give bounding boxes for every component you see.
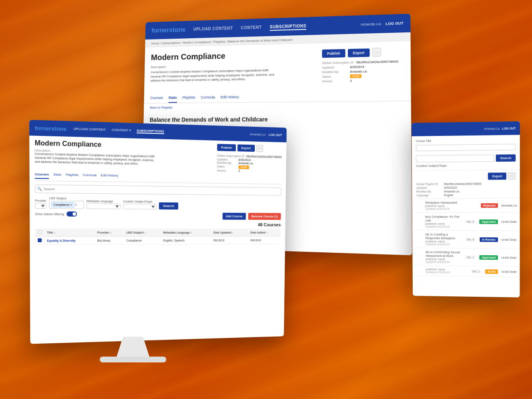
table-col-date-added: Date Added ↕ [248,229,281,236]
mid-tab-playlists[interactable]: Playlists [66,173,79,180]
mid-nav-content[interactable]: CONTENT ▾ [112,128,131,133]
mid-version-label: Version [217,169,237,172]
course-updated-4: Updated 6/30/2019 [426,261,462,264]
back-logout[interactable]: LOG OUT [386,21,404,26]
lms-subject-tag: Compliance × [51,202,74,208]
front-search-input[interactable] [416,155,495,163]
table-col-date-updated: Date Updated ↕ [211,229,248,236]
screen-mid: fornerstone UPLOAD CONTENT CONTENT ▾ SUB… [29,120,286,344]
front-more-btn[interactable]: ··· [508,172,516,180]
fp-updated-label: Updated [416,186,442,189]
fp-id-val: 58c0f4e12d42bc2650736093 [444,182,481,185]
table-col-checkbox [35,229,44,236]
back-more-btn[interactable]: ··· [372,48,381,57]
course-title-select-wrap [416,142,515,151]
row-date-updated: 08/18/19 [211,236,248,244]
front-export-btn[interactable]: Export [488,172,506,180]
status-badge-5: To Do [485,269,498,273]
front-header: Amanda Liu LOG OUT [411,121,520,136]
course-updated-5: Updated 6/30/2019 [426,271,468,274]
list-item: ide to Creating a Respectful Workplace p… [414,230,518,249]
mid-nav-upload[interactable]: UPLOAD CONTENT [74,127,106,133]
mid-courses-table: Title ↕ Provider ↕ LMS Subject ↕ Metadat… [35,229,281,245]
tab-stats[interactable]: Stats [168,96,177,103]
course-updated-2: Updated 6/30/2019 [425,225,462,228]
status-badge-1: Rejected [481,203,498,208]
course-updated-1: Updated 6/30/2019 [425,207,478,210]
nav-upload-content[interactable]: UPLOAD CONTENT [193,25,233,33]
nav-subscriptions[interactable]: SUBSCRIPTIONS [270,22,306,30]
status-badge-4: Approved [480,255,498,259]
modified-val: Amanda Liu [350,69,367,74]
modified-label: Modified By [322,70,347,74]
course-updated-3: Updated 8/30/2019 [426,243,463,246]
version-val: 3 [350,79,352,83]
curation-label: Curation Subject/Topic [123,200,156,203]
mid-filter-row: Provider LMS Subject Compliance × ▾ Meta… [35,197,281,210]
provider-label: Provider [35,199,47,202]
sub-id-val: 58c0f4e12d42bc2650736093 [356,59,398,64]
front-entries: Workplace Harassment publisher name Upda… [412,199,520,277]
tab-edit-history[interactable]: Edit History [221,95,239,102]
breadcrumb-text: Home / Subscriptions / Modern Compliance… [151,38,293,45]
front-search-btn[interactable]: Search [496,154,515,162]
fp-modified-val: Amanda Liu [444,190,459,193]
mid-tab-edit-history[interactable]: Edit History [101,173,118,180]
remove-course-btn[interactable]: Remove Course (1) [248,213,281,220]
back-export-btn[interactable]: Export [348,48,370,57]
list-item: publisher name Updated 6/30/2019 Ver. 1 … [414,266,518,277]
back-desc-text: Cornerstone's Content Anytime Modern Com… [150,68,277,83]
mid-tab-stats[interactable]: Stats [53,172,61,179]
mid-publish-btn[interactable]: Publish [217,144,236,151]
course-title-select[interactable] [416,144,515,151]
front-playlist-info: Export ··· Global Playlist ID 58c0f4e12d… [412,170,520,199]
fp-lang-val: English [444,194,453,197]
header-checkbox[interactable] [38,230,42,234]
mid-search-input[interactable] [44,187,279,194]
curator-2: Urshil Shah [501,220,518,223]
list-item: lacy Compliance: It's The Law publisher … [414,213,518,231]
course-action-buttons: Add Course Remove Course (1) [222,212,281,219]
curator-5: Urshil Shah [501,270,518,273]
table-col-title: Title ↕ [44,229,95,236]
front-logout[interactable]: LOG OUT [502,127,515,130]
fp-updated-val: 8/30/2019 [444,186,457,189]
fp-lang-label: Language [416,194,442,197]
mid-nav-subscriptions[interactable]: SUBSCRIPTIONS [137,128,164,134]
front-filter-row: Course Title [412,135,520,153]
nav-content[interactable]: CONTENT [241,24,261,32]
fp-id-label: Global Playlist ID [416,182,442,185]
front-user: Amanda Liu [484,127,500,130]
course-title-3: ide to Creating a Respectful Workplace [425,232,462,240]
fp-modified-label: Modified By [416,190,442,193]
mid-modified-label: Modified By [217,161,237,165]
back-desc-label: Description [151,62,318,69]
tab-playlists[interactable]: Playlists [182,96,195,103]
curation-select[interactable] [123,204,156,209]
metadata-lang-select[interactable] [86,203,121,209]
back-nav: UPLOAD CONTENT CONTENT SUBSCRIPTIONS [193,21,360,33]
row-lms: Compliance [124,236,161,244]
tab-courses[interactable]: Courses [150,96,163,103]
tab-curricula[interactable]: Curricula [201,95,215,103]
saboa-toggle[interactable] [67,212,77,217]
metadata-lang-label: Metadata Language [86,200,121,203]
course-pub-1: publisher name [425,204,478,207]
metadata-lang-filter: Metadata Language [86,200,121,209]
row-checkbox[interactable] [35,236,44,245]
mid-search-btn[interactable]: Search [159,202,178,209]
mid-search-bar: 🔍 [35,185,281,196]
mid-tab-curricula[interactable]: Curricula [83,173,96,180]
mid-tab-courses[interactable]: Courses [35,172,49,179]
mid-desc-text: Cornerstone's Content Anytime Modern Com… [35,152,155,166]
mid-logout[interactable]: LOG OUT [268,133,282,137]
mid-export-btn[interactable]: Export [237,144,255,152]
provider-select[interactable] [35,203,47,209]
mid-content-area: Modern Compliance Description Cornerston… [30,135,287,245]
updated-val: 8/30/2019 [350,65,364,69]
course-title-label: Course Title [416,138,515,143]
table-col-provider: Provider ↕ [95,229,124,236]
back-publish-btn[interactable]: Publish [322,49,345,57]
add-course-btn[interactable]: Add Course [222,212,246,219]
mid-more-btn[interactable]: ··· [256,145,263,152]
